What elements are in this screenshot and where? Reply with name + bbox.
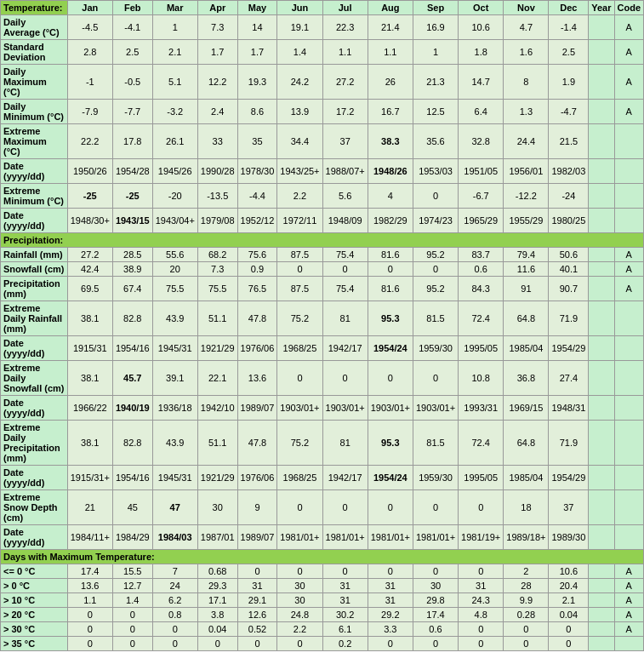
data-cell: 71.9: [549, 421, 589, 466]
data-cell: 1903/01+: [368, 396, 413, 421]
data-cell: 1921/29: [197, 466, 237, 490]
data-cell: 75.2: [277, 421, 322, 466]
data-cell: [589, 608, 614, 622]
data-cell: 0: [152, 622, 197, 637]
data-cell: 0.28: [504, 608, 549, 622]
data-cell: 91: [504, 277, 549, 301]
data-cell: 47.8: [237, 301, 277, 336]
data-cell: 0: [237, 564, 277, 579]
data-cell: 32.8: [459, 124, 504, 159]
data-cell: 17.4: [67, 564, 112, 579]
data-cell: -4.7: [549, 100, 589, 124]
data-cell: 19.3: [237, 65, 277, 100]
data-cell: [589, 336, 614, 361]
data-cell: 0: [322, 262, 368, 277]
data-cell: 0: [67, 637, 112, 651]
data-cell: 1974/23: [413, 209, 458, 233]
data-cell: 22.2: [67, 124, 112, 159]
data-cell: 13.9: [277, 100, 322, 124]
data-cell: 19.1: [277, 15, 322, 40]
data-cell: A: [614, 100, 644, 124]
data-cell: 12.2: [197, 65, 237, 100]
data-cell: 68.2: [197, 248, 237, 262]
data-cell: -7.7: [112, 100, 152, 124]
data-cell: 67.4: [112, 277, 152, 301]
data-cell: 51.1: [197, 301, 237, 336]
col-apr: Apr: [197, 1, 237, 15]
data-cell: 14: [237, 15, 277, 40]
data-cell: 0.04: [549, 608, 589, 622]
data-cell: 17.4: [413, 608, 458, 622]
data-cell: 30: [277, 579, 322, 593]
data-cell: -13.5: [197, 184, 237, 209]
data-cell: A: [614, 15, 644, 40]
data-cell: 5.6: [322, 184, 368, 209]
data-cell: 1989/07: [237, 525, 277, 550]
row-header: Date (yyyy/dd): [1, 466, 68, 490]
data-cell: A: [614, 593, 644, 608]
data-cell: 1.4: [112, 593, 152, 608]
row-header: Date (yyyy/dd): [1, 396, 68, 421]
data-cell: [614, 301, 644, 336]
data-cell: 0: [322, 564, 368, 579]
data-cell: 0: [368, 490, 413, 525]
data-cell: 31: [237, 579, 277, 593]
data-cell: 1940/19: [112, 396, 152, 421]
data-cell: 0: [368, 637, 413, 651]
data-cell: -0.5: [112, 65, 152, 100]
data-cell: 28.5: [112, 248, 152, 262]
row-header: > 35 °C: [1, 637, 68, 651]
data-cell: 16.7: [368, 100, 413, 124]
data-cell: 1995/05: [459, 466, 504, 490]
data-cell: 0.52: [237, 622, 277, 637]
data-cell: 1954/29: [549, 466, 589, 490]
data-cell: 75.2: [277, 301, 322, 336]
data-cell: 7.3: [197, 262, 237, 277]
data-cell: 1985/04: [504, 466, 549, 490]
row-header: Extreme Maximum (°C): [1, 124, 68, 159]
data-cell: 1981/19+: [459, 525, 504, 550]
data-cell: 31: [368, 579, 413, 593]
data-cell: 0: [277, 490, 322, 525]
row-header: Extreme Daily Precipitation (mm): [1, 421, 68, 466]
data-cell: 1.3: [504, 100, 549, 124]
data-cell: 1.6: [504, 40, 549, 65]
col-mar: Mar: [152, 1, 197, 15]
data-cell: [589, 466, 614, 490]
data-cell: 81.5: [413, 421, 458, 466]
data-cell: 0: [277, 361, 322, 396]
row-header: Date (yyyy/dd): [1, 525, 68, 550]
data-cell: 1: [413, 40, 458, 65]
data-cell: [589, 159, 614, 184]
data-cell: A: [614, 608, 644, 622]
data-cell: 0: [413, 637, 458, 651]
col-dec: Dec: [549, 1, 589, 15]
data-cell: 82.8: [112, 301, 152, 336]
data-cell: 69.5: [67, 277, 112, 301]
data-cell: 82.8: [112, 421, 152, 466]
data-cell: 27.4: [549, 361, 589, 396]
data-cell: 17.1: [197, 593, 237, 608]
data-cell: 87.5: [277, 248, 322, 262]
row-header: Daily Maximum (°C): [1, 65, 68, 100]
data-cell: -7.9: [67, 100, 112, 124]
data-cell: 10.8: [459, 361, 504, 396]
data-cell: 1950/26: [67, 159, 112, 184]
data-cell: [614, 361, 644, 396]
data-cell: 47: [152, 490, 197, 525]
data-cell: 1979/08: [197, 209, 237, 233]
data-cell: [589, 124, 614, 159]
data-cell: 1948/31: [549, 396, 589, 421]
data-cell: 1985/04: [504, 336, 549, 361]
col-aug: Aug: [368, 1, 413, 15]
data-cell: 29.8: [413, 593, 458, 608]
data-cell: 0: [459, 622, 504, 637]
data-cell: 81: [322, 301, 368, 336]
data-cell: [589, 209, 614, 233]
col-sep: Sep: [413, 1, 458, 15]
data-cell: [589, 593, 614, 608]
data-cell: 2.2: [277, 622, 322, 637]
data-cell: [589, 525, 614, 550]
row-header: > 20 °C: [1, 608, 68, 622]
data-cell: 1956/01: [504, 159, 549, 184]
